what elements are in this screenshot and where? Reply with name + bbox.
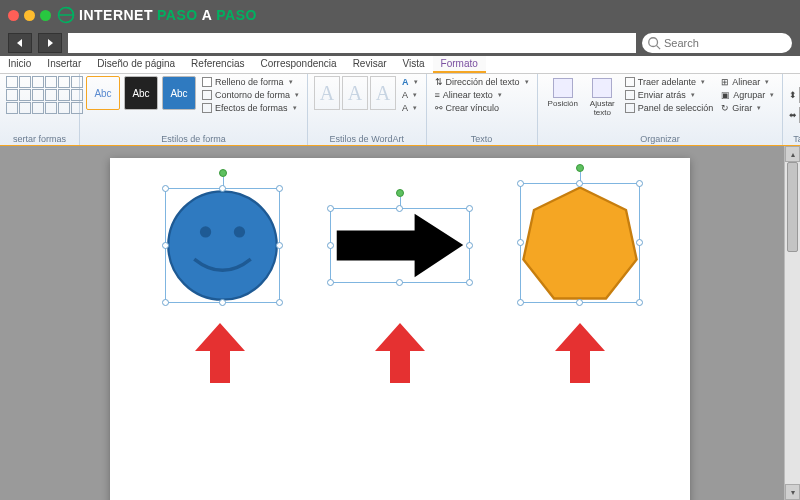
right-arrow-shape[interactable] [331,209,469,282]
create-link-button[interactable]: ⚯Crear vínculo [433,102,531,114]
width-icon: ⬌ [789,110,797,120]
position-icon [553,78,573,98]
resize-handle[interactable] [636,299,643,306]
text-outline-button[interactable]: A [400,89,420,101]
tab-referencias[interactable]: Referencias [183,56,252,73]
annotation-arrow-2 [375,323,425,383]
shape-style-2[interactable]: Abc [124,76,158,110]
document-page[interactable] [110,158,690,500]
resize-handle[interactable] [466,279,473,286]
resize-handle[interactable] [276,242,283,249]
group-wordart: A A A A A A Estilos de WordArt [308,74,427,145]
tab-revisar[interactable]: Revisar [345,56,395,73]
resize-handle[interactable] [327,279,334,286]
resize-handle[interactable] [162,185,169,192]
resize-handle[interactable] [576,299,583,306]
resize-handle[interactable] [396,205,403,212]
shape-heptagon-selection[interactable] [520,183,640,303]
resize-handle[interactable] [636,239,643,246]
resize-handle[interactable] [219,299,226,306]
wrap-text-button[interactable]: Ajustar texto [586,76,619,119]
tab-vista[interactable]: Vista [395,56,433,73]
selection-pane-button[interactable]: Panel de selección [623,102,716,114]
group-estilos-forma: Abc Abc Abc Relleno de forma Contorno de… [80,74,308,145]
wordart-style-1[interactable]: A [314,76,340,110]
tab-formato[interactable]: Formato [433,56,486,73]
height-icon: ⬍ [789,90,797,100]
text-effects-button[interactable]: A [400,102,420,114]
scroll-down-button[interactable]: ▾ [785,484,800,500]
shape-style-3[interactable]: Abc [162,76,196,110]
resize-handle[interactable] [517,180,524,187]
text-fill-icon: A [402,77,409,87]
effects-icon [202,103,212,113]
svg-point-4 [200,226,211,237]
minimize-window-icon[interactable] [24,10,35,21]
resize-handle[interactable] [219,185,226,192]
text-effects-icon: A [402,103,408,113]
annotation-arrow-1 [195,323,245,383]
svg-marker-6 [523,188,636,299]
wordart-style-3[interactable]: A [370,76,396,110]
resize-handle[interactable] [162,299,169,306]
shape-outline-button[interactable]: Contorno de forma [200,89,301,101]
align-icon: ≡ [435,90,440,100]
text-direction-button[interactable]: ⇅Dirección del texto [433,76,531,88]
resize-handle[interactable] [517,299,524,306]
rotate-icon: ↻ [721,103,729,113]
group-label-tamano: Tamaño [789,133,800,144]
heptagon-shape[interactable] [521,184,639,302]
group-tamano: ⬍ ⬌ Tamaño [783,74,800,145]
resize-handle[interactable] [396,279,403,286]
shape-smiley-selection[interactable] [165,188,280,303]
group-label-insertar: sertar formas [6,133,73,144]
resize-handle[interactable] [327,242,334,249]
resize-handle[interactable] [636,180,643,187]
tab-inicio[interactable]: Inicio [0,56,39,73]
tab-correspondencia[interactable]: Correspondencia [252,56,344,73]
resize-handle[interactable] [517,239,524,246]
resize-handle[interactable] [466,205,473,212]
align-text-button[interactable]: ≡Alinear texto [433,89,531,101]
group-button[interactable]: ▣Agrupar [719,89,776,101]
scroll-up-button[interactable]: ▴ [785,146,800,162]
direction-icon: ⇅ [435,77,443,87]
resize-handle[interactable] [162,242,169,249]
back-button[interactable] [8,33,32,53]
text-fill-button[interactable]: A [400,76,420,88]
rotate-handle[interactable] [576,164,584,172]
shapes-gallery[interactable] [6,76,83,114]
shape-style-1[interactable]: Abc [86,76,120,110]
rotate-handle[interactable] [396,189,404,197]
align-button[interactable]: ⊞Alinear [719,76,776,88]
forward-button[interactable] [38,33,62,53]
rotate-button[interactable]: ↻Girar [719,102,776,114]
send-backward-button[interactable]: Enviar atrás [623,89,716,101]
tab-diseno[interactable]: Diseño de página [89,56,183,73]
url-input[interactable] [68,33,636,53]
shape-arrow-selection[interactable] [330,208,470,283]
position-button[interactable]: Posición [544,76,582,110]
scroll-thumb[interactable] [787,162,798,252]
svg-point-5 [234,226,245,237]
maximize-window-icon[interactable] [40,10,51,21]
resize-handle[interactable] [576,180,583,187]
shape-fill-button[interactable]: Relleno de forma [200,76,301,88]
close-window-icon[interactable] [8,10,19,21]
group-icon: ▣ [721,90,730,100]
vertical-scrollbar[interactable]: ▴ ▾ [784,146,800,500]
wordart-style-2[interactable]: A [342,76,368,110]
resize-handle[interactable] [276,299,283,306]
tab-insertar[interactable]: Insertar [39,56,89,73]
pane-icon [625,103,635,113]
resize-handle[interactable] [327,205,334,212]
rotate-handle[interactable] [219,169,227,177]
search-input[interactable] [642,33,792,53]
text-outline-icon: A [402,90,408,100]
resize-handle[interactable] [466,242,473,249]
group-insertar-formas: sertar formas [0,74,80,145]
shape-effects-button[interactable]: Efectos de formas [200,102,301,114]
smiley-shape[interactable] [166,189,279,302]
resize-handle[interactable] [276,185,283,192]
bring-forward-button[interactable]: Traer adelante [623,76,716,88]
